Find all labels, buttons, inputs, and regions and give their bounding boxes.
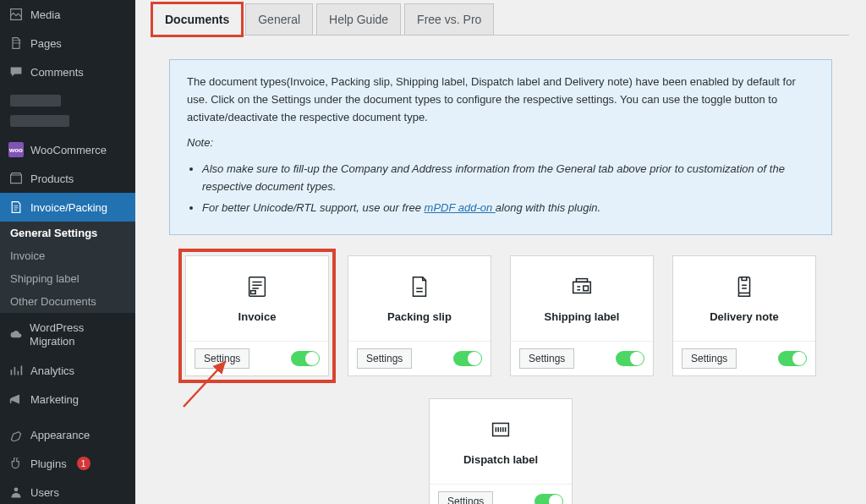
sidebar-item-migration[interactable]: WordPress Migration	[0, 313, 135, 356]
notice-note-label: Note:	[187, 136, 213, 149]
sidebar-label: Invoice/Packing	[30, 201, 107, 214]
sidebar-label: WooCommerce	[30, 144, 107, 156]
card-packing-slip: Packing slip Settings	[348, 255, 491, 376]
settings-button[interactable]: Settings	[682, 348, 737, 369]
sidebar-item-users[interactable]: Users	[0, 478, 135, 504]
invoice-icon	[8, 200, 24, 215]
dispatch-icon	[488, 417, 513, 445]
enable-toggle[interactable]	[534, 494, 563, 504]
users-icon	[8, 485, 24, 500]
submenu-invoice[interactable]: Invoice	[0, 244, 135, 267]
sidebar-label: Appearance	[30, 429, 90, 441]
tab-general[interactable]: General	[245, 3, 313, 36]
submenu-other-documents[interactable]: Other Documents	[0, 290, 135, 313]
marketing-icon	[8, 392, 24, 407]
mpdf-addon-link[interactable]: mPDF add-on	[425, 201, 496, 214]
settings-button[interactable]: Settings	[519, 348, 574, 369]
enable-toggle[interactable]	[616, 351, 644, 366]
sidebar-label: Marketing	[30, 393, 79, 406]
settings-button[interactable]: Settings	[195, 348, 249, 369]
card-title: Delivery note	[710, 310, 779, 323]
update-badge: 1	[77, 457, 90, 470]
cloud-icon	[8, 327, 23, 342]
invoice-doc-icon	[244, 274, 270, 302]
sidebar-label: Comments	[30, 66, 84, 79]
sidebar-item-plugins[interactable]: Plugins 1	[0, 449, 135, 478]
page-icon	[8, 36, 24, 51]
svg-rect-5	[576, 278, 587, 282]
media-icon	[8, 7, 24, 22]
notice-bullet: Also make sure to fill-up the Company an…	[202, 161, 814, 196]
enable-toggle[interactable]	[778, 351, 807, 366]
settings-button[interactable]: Settings	[438, 491, 493, 504]
submenu-general-settings[interactable]: General Settings	[0, 222, 135, 244]
svg-point-0	[14, 488, 19, 492]
card-title: Shipping label	[545, 310, 620, 323]
sidebar-label: Users	[30, 486, 59, 499]
sidebar-item-products[interactable]: Products	[0, 164, 135, 193]
admin-sidebar: Media Pages Comments woo WooCommerce Pro…	[0, 0, 135, 504]
card-shipping-label: Shipping label Settings	[510, 255, 654, 376]
tab-help-guide[interactable]: Help Guide	[316, 3, 401, 36]
sidebar-label: Pages	[30, 37, 62, 50]
sidebar-item-media[interactable]: Media	[0, 0, 135, 29]
sidebar-item-analytics[interactable]: Analytics	[0, 356, 135, 385]
card-title: Packing slip	[387, 310, 452, 323]
submenu-shipping-label[interactable]: Shipping label	[0, 267, 135, 290]
sidebar-item-woocommerce[interactable]: woo WooCommerce	[0, 135, 135, 164]
notice-bullet: For better Unicode/RTL support, use our …	[202, 200, 814, 217]
settings-button[interactable]: Settings	[357, 348, 412, 369]
sidebar-item-pages[interactable]: Pages	[0, 29, 135, 58]
sidebar-label: Media	[30, 8, 60, 21]
plugins-icon	[8, 456, 24, 471]
analytics-icon	[8, 363, 24, 378]
comment-icon	[8, 64, 24, 79]
tab-documents[interactable]: Documents	[152, 3, 242, 36]
sidebar-item-marketing[interactable]: Marketing	[0, 385, 135, 414]
document-cards: Invoice Settings Packing slip Settings	[152, 252, 849, 380]
sidebar-label: Analytics	[30, 364, 74, 377]
products-icon	[8, 171, 24, 186]
delivery-icon	[732, 274, 757, 302]
packing-icon	[407, 274, 432, 302]
svg-rect-2	[251, 290, 256, 293]
sidebar-label: WordPress Migration	[30, 321, 127, 348]
sidebar-item-appearance[interactable]: Appearance	[0, 420, 135, 449]
woo-icon: woo	[8, 142, 24, 157]
sidebar-label: Plugins	[30, 457, 67, 470]
card-delivery-note: Delivery note Settings	[672, 255, 816, 376]
tab-free-vs-pro[interactable]: Free vs. Pro	[404, 3, 494, 36]
appearance-icon	[8, 427, 24, 442]
card-title: Dispatch label	[463, 453, 538, 466]
sidebar-item-comments[interactable]: Comments	[0, 58, 135, 86]
svg-rect-6	[584, 286, 589, 291]
main-content: Documents General Help Guide Free vs. Pr…	[135, 0, 866, 504]
notice-intro: The document types(Invoice, Packing slip…	[187, 74, 814, 126]
card-invoice: Invoice Settings	[185, 255, 329, 376]
enable-toggle[interactable]	[453, 351, 482, 366]
sidebar-label: Products	[30, 173, 74, 185]
tab-nav: Documents General Help Guide Free vs. Pr…	[152, 3, 849, 36]
shipping-icon	[569, 274, 595, 302]
sidebar-submenu: General Settings Invoice Shipping label …	[0, 222, 135, 313]
redacted-item	[10, 95, 61, 107]
sidebar-item-invoice-packing[interactable]: Invoice/Packing	[0, 193, 135, 222]
info-notice: The document types(Invoice, Packing slip…	[169, 59, 832, 235]
enable-toggle[interactable]	[291, 351, 320, 366]
redacted-item	[10, 115, 69, 127]
card-dispatch-label: Dispatch label Settings	[429, 398, 573, 504]
card-title: Invoice	[238, 310, 277, 323]
